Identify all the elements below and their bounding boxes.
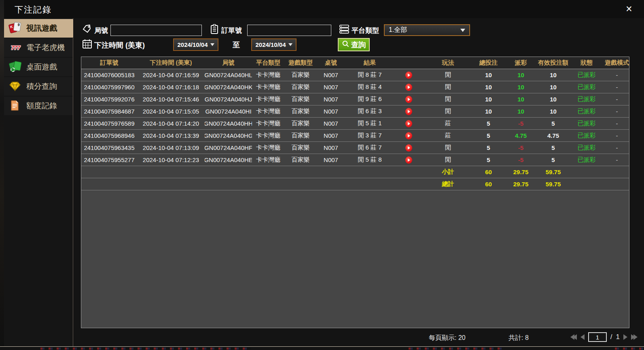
sidebar-item-slots[interactable]: 777 電子老虎機 <box>4 38 73 57</box>
cell-valid-bet: 10 <box>538 81 568 93</box>
sidebar-item-table-games[interactable]: 桌面遊戲 <box>4 58 73 76</box>
cell-play-method: 閒 <box>423 105 473 117</box>
credit-record-icon <box>9 100 22 112</box>
cell-replay <box>394 118 423 129</box>
bet-time-label: 下注時間 (美東) <box>94 40 145 50</box>
cell-play-method: 閒 <box>423 81 473 93</box>
pagination-bar: 每頁顯示: 20 共計: 8 / 1 <box>73 329 644 347</box>
total-valid-bet: 59.75 <box>538 178 568 190</box>
cell-bet-time: 2024-10-04 07:16:59 <box>137 69 205 81</box>
cell-table-no: N007 <box>317 105 345 117</box>
empty-cell <box>252 178 284 190</box>
cell-result: 閒 8 莊 7 <box>345 69 394 81</box>
header-cell: 有效投注額 <box>538 57 568 69</box>
sidebar-item-credit-records[interactable]: 額度記錄 <box>4 97 73 115</box>
cell-payout: -5 <box>504 142 538 154</box>
empty-cell <box>317 166 345 178</box>
sidebar-menu: K9 視訊遊戲 777 電子老虎機 桌面遊戲 <box>4 19 73 116</box>
table-row: 2410040759689462024-10-04 07:13:39GN0072… <box>81 130 629 142</box>
cell-replay <box>394 142 423 154</box>
empty-cell <box>394 178 423 190</box>
cell-replay <box>394 105 423 117</box>
date-from-select[interactable]: 2024/10/04 <box>173 38 218 51</box>
empty-cell <box>284 178 317 190</box>
cell-status: 已派彩 <box>568 69 605 81</box>
cell-replay <box>394 93 423 105</box>
cell-platform: 卡卡灣廳 <box>252 130 284 141</box>
total-count-text: 共計: 8 <box>508 334 529 342</box>
cell-replay <box>394 130 423 141</box>
search-button[interactable]: 查詢 <box>338 38 370 51</box>
close-icon[interactable]: × <box>623 3 635 15</box>
platform-select[interactable]: 1.全部 <box>384 24 470 36</box>
clipboard-icon <box>210 24 219 36</box>
empty-cell <box>345 166 394 178</box>
round-input[interactable] <box>110 25 202 36</box>
total-pages: 1 <box>616 333 620 341</box>
table-empty-area <box>81 190 629 328</box>
cell-status: 已派彩 <box>568 93 605 105</box>
cell-status: 已派彩 <box>568 81 605 93</box>
replay-icon[interactable] <box>405 144 412 152</box>
empty-cell <box>137 178 205 190</box>
sidebar-item-label: 桌面遊戲 <box>26 62 57 72</box>
cell-game-mode: - <box>605 105 629 117</box>
cell-game-mode: - <box>605 69 629 81</box>
cell-total-bet: 10 <box>473 93 504 105</box>
empty-cell <box>605 166 629 178</box>
cell-bet-time: 2024-10-04 07:15:46 <box>137 93 205 105</box>
cell-payout: 10 <box>504 93 538 105</box>
cell-status: 已派彩 <box>568 142 605 154</box>
cell-replay <box>394 81 423 93</box>
tag-icon <box>82 24 92 36</box>
next-page-icon[interactable] <box>623 334 627 340</box>
replay-icon[interactable] <box>405 156 412 164</box>
order-input[interactable] <box>247 25 331 36</box>
cell-table-no: N007 <box>317 81 345 93</box>
cell-round-no: GN00724A040HE <box>205 154 252 166</box>
sidebar-item-points[interactable]: 積分查詢 <box>4 77 73 96</box>
cell-status: 已派彩 <box>568 154 605 166</box>
cell-platform: 卡卡灣廳 <box>252 81 284 93</box>
cards-icon: K9 <box>9 22 22 34</box>
header-cell: 狀態 <box>568 57 605 69</box>
background-detail <box>409 348 502 350</box>
cell-platform: 卡卡灣廳 <box>252 154 284 166</box>
replay-icon[interactable] <box>405 120 412 127</box>
cell-round-no: GN00724A040HJ <box>205 93 252 105</box>
cell-result: 閒 6 莊 3 <box>345 105 394 117</box>
replay-icon[interactable] <box>405 108 412 115</box>
cell-replay <box>394 69 423 81</box>
header-cell: 平台類型 <box>252 57 284 69</box>
header-cell <box>394 57 423 69</box>
empty-cell <box>345 178 394 190</box>
total-label: 總計 <box>423 178 473 190</box>
cell-platform: 卡卡灣廳 <box>252 118 284 129</box>
header-cell: 下注時間 (美東) <box>137 57 205 69</box>
last-page-icon[interactable] <box>631 334 638 340</box>
sidebar: K9 視訊遊戲 777 電子老虎機 桌面遊戲 <box>4 18 73 347</box>
chevron-down-icon <box>460 29 465 32</box>
cell-order-no: 241004075997960 <box>81 81 137 93</box>
replay-icon[interactable] <box>405 84 412 91</box>
empty-cell <box>137 166 205 178</box>
page-title: 下注記錄 <box>15 4 52 15</box>
subtotal-payout: 29.75 <box>504 166 538 178</box>
date-from-value: 2024/10/04 <box>177 41 208 48</box>
replay-icon[interactable] <box>405 132 412 139</box>
replay-icon[interactable] <box>405 96 412 103</box>
date-to-select[interactable]: 2024/10/04 <box>251 38 297 51</box>
cell-game-mode: - <box>605 154 629 166</box>
page-number-input[interactable] <box>588 332 607 342</box>
sidebar-item-video-games[interactable]: K9 視訊遊戲 <box>4 19 73 38</box>
header-cell: 訂單號 <box>81 57 137 69</box>
replay-icon[interactable] <box>405 72 412 79</box>
cell-order-no: 241004075984687 <box>81 105 137 117</box>
first-page-icon[interactable] <box>570 334 577 340</box>
cell-valid-bet: 5 <box>538 118 568 129</box>
empty-cell <box>317 178 345 190</box>
cell-platform: 卡卡灣廳 <box>252 93 284 105</box>
cell-result: 閒 9 莊 6 <box>345 93 394 105</box>
prev-page-icon[interactable] <box>580 334 585 340</box>
cell-valid-bet: 4.75 <box>538 130 568 141</box>
